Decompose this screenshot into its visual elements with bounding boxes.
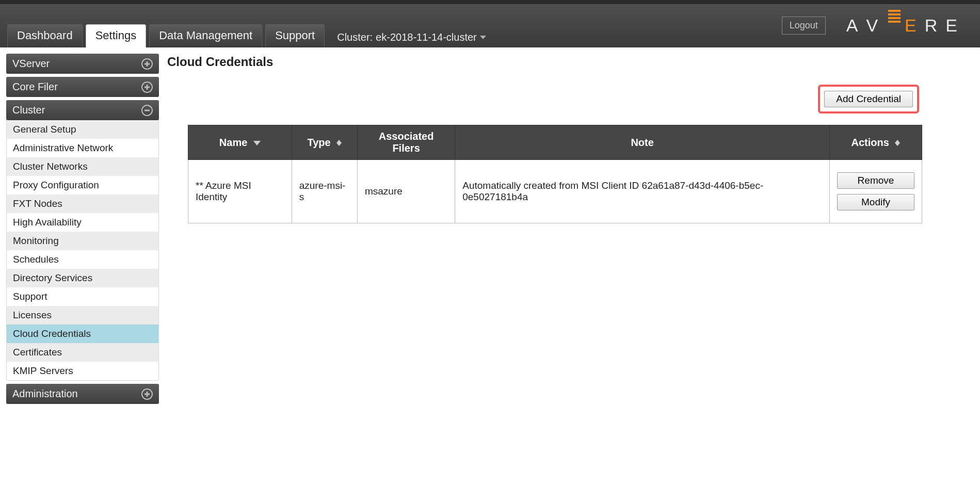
col-label: Actions — [852, 137, 889, 148]
sidebar-cluster-list: General Setup Administrative Network Clu… — [6, 120, 159, 381]
sidebar-section-vserver[interactable]: VServer — [6, 54, 159, 74]
sidebar-section-cluster[interactable]: Cluster — [6, 100, 159, 120]
top-bar: Logout A V E R E Dashboard Settings Data… — [0, 0, 980, 47]
sort-desc-icon — [253, 141, 261, 145]
sidebar-section-title: Administration — [12, 388, 78, 400]
collapse-icon — [141, 105, 153, 116]
col-label: Note — [631, 137, 653, 148]
settings-sidebar: VServer Core Filer Cluster General Setup… — [6, 54, 159, 404]
table-header-row: Name Type Associated Filers Note Actio — [188, 125, 922, 160]
sidebar-item-monitoring[interactable]: Monitoring — [7, 232, 158, 250]
brand-letter: V — [866, 15, 885, 36]
sidebar-section-title: VServer — [12, 58, 50, 70]
sidebar-item-proxy-configuration[interactable]: Proxy Configuration — [7, 176, 158, 194]
remove-button[interactable]: Remove — [837, 172, 914, 189]
add-credential-highlight: Add Credential — [818, 85, 919, 113]
cell-name: ** Azure MSI Identity — [188, 160, 292, 223]
chevron-down-icon — [480, 36, 486, 39]
main-content: Cloud Credentials Add Credential Name Ty… — [167, 54, 974, 223]
sidebar-item-licenses[interactable]: Licenses — [7, 306, 158, 324]
tab-dashboard[interactable]: Dashboard — [7, 24, 83, 47]
sidebar-item-certificates[interactable]: Certificates — [7, 343, 158, 362]
tab-data-management[interactable]: Data Management — [149, 24, 262, 47]
page-title: Cloud Credentials — [167, 55, 922, 69]
sidebar-item-fxt-nodes[interactable]: FXT Nodes — [7, 194, 158, 213]
cell-actions: Remove Modify — [829, 160, 922, 223]
expand-icon — [141, 82, 153, 93]
sidebar-item-cloud-credentials[interactable]: Cloud Credentials — [7, 324, 158, 343]
sidebar-section-core-filer[interactable]: Core Filer — [6, 77, 159, 97]
expand-icon — [141, 388, 153, 400]
expand-icon — [141, 58, 153, 70]
cell-note: Automatically created from MSI Client ID… — [455, 160, 830, 223]
sidebar-section-title: Core Filer — [12, 81, 58, 93]
col-actions[interactable]: Actions — [829, 125, 922, 160]
credentials-table: Name Type Associated Filers Note Actio — [188, 125, 922, 223]
col-label: Name — [219, 137, 247, 148]
brand-letter: E — [945, 15, 965, 36]
sort-icon — [895, 140, 900, 146]
sidebar-item-support[interactable]: Support — [7, 287, 158, 306]
col-label: Associated Filers — [379, 131, 434, 154]
sidebar-section-administration[interactable]: Administration — [6, 384, 159, 404]
brand-stripes-icon — [888, 10, 901, 23]
sidebar-item-administrative-network[interactable]: Administrative Network — [7, 139, 158, 157]
col-label: Type — [307, 137, 330, 148]
cluster-selector[interactable]: Cluster: ek-2018-11-14-cluster — [337, 31, 486, 43]
sidebar-item-cluster-networks[interactable]: Cluster Networks — [7, 157, 158, 176]
sidebar-item-high-availability[interactable]: High Availability — [7, 213, 158, 232]
brand-logo: A V E R E — [846, 15, 965, 36]
sidebar-item-schedules[interactable]: Schedules — [7, 250, 158, 269]
cluster-prefix: Cluster: — [337, 31, 373, 43]
sidebar-item-kmip-servers[interactable]: KMIP Servers — [7, 362, 158, 380]
col-name[interactable]: Name — [188, 125, 292, 160]
topbar-right-group: Logout A V E R E — [782, 15, 965, 36]
cluster-name: ek-2018-11-14-cluster — [376, 31, 477, 43]
logout-button[interactable]: Logout — [782, 17, 826, 35]
sidebar-section-title: Cluster — [12, 104, 45, 116]
col-note[interactable]: Note — [455, 125, 830, 160]
sidebar-item-directory-services[interactable]: Directory Services — [7, 269, 158, 287]
brand-letter: A — [846, 15, 865, 36]
body-wrap: VServer Core Filer Cluster General Setup… — [0, 47, 980, 425]
table-row: ** Azure MSI Identity azure-msi-s msazur… — [188, 160, 922, 223]
brand-letter-accent: E — [905, 15, 924, 36]
cell-type: azure-msi-s — [292, 160, 357, 223]
page-actions-row: Add Credential — [167, 85, 922, 113]
add-credential-button[interactable]: Add Credential — [824, 91, 913, 107]
sidebar-item-general-setup[interactable]: General Setup — [7, 120, 158, 139]
tab-support[interactable]: Support — [265, 24, 325, 47]
cell-associated-filers: msazure — [357, 160, 455, 223]
modify-button[interactable]: Modify — [837, 194, 914, 210]
tab-settings[interactable]: Settings — [86, 24, 147, 47]
sort-icon — [336, 140, 342, 146]
col-type[interactable]: Type — [292, 125, 357, 160]
col-associated-filers[interactable]: Associated Filers — [357, 125, 455, 160]
brand-letter: R — [925, 15, 945, 36]
